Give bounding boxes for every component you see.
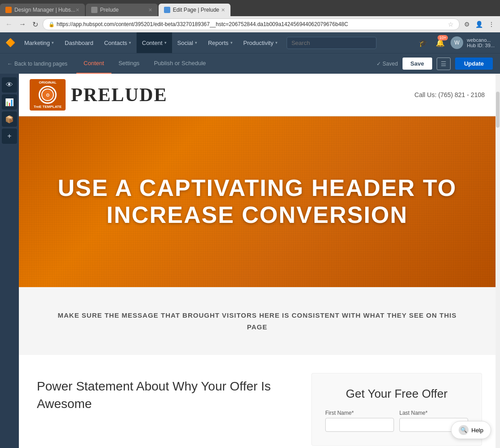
power-statement: Power Statement About Why Your Offer Is … bbox=[37, 377, 293, 413]
tab-publish[interactable]: Publish or Schedule bbox=[147, 53, 213, 74]
user-avatar[interactable]: W bbox=[451, 36, 463, 49]
nav-back-button[interactable]: ← bbox=[4, 19, 14, 29]
academy-icon[interactable]: 🎓 bbox=[416, 36, 430, 49]
nav-marketing[interactable]: Marketing ▾ bbox=[19, 32, 59, 53]
hero-heading: USE A CAPTIVATING HEADER TO INCREASE CON… bbox=[58, 175, 457, 229]
nav-social-label: Social bbox=[177, 40, 193, 46]
help-button[interactable]: 🔍 Help bbox=[451, 421, 491, 439]
hero-heading-line1: USE A CAPTIVATING HEADER TO bbox=[58, 175, 457, 202]
notifications-icon[interactable]: 🔔 10+ bbox=[434, 36, 447, 49]
logo-badge-icon: ⊙ bbox=[46, 93, 49, 98]
tab-bar: Design Manager | Hubs... ✕ Prelude ✕ Edi… bbox=[0, 0, 500, 16]
save-button[interactable]: Save bbox=[403, 58, 432, 70]
nav-dashboard[interactable]: Dashboard bbox=[59, 32, 99, 53]
nav-social[interactable]: Social ▾ bbox=[172, 32, 203, 53]
nav-social-chevron: ▾ bbox=[195, 40, 197, 45]
back-label: Back to landing pages bbox=[14, 61, 67, 67]
tab-prelude[interactable]: Prelude ✕ bbox=[86, 4, 158, 16]
logo-badge-inner: ⊙ bbox=[41, 89, 54, 101]
hero-section: USE A CAPTIVATING HEADER TO INCREASE CON… bbox=[19, 116, 496, 287]
edit-bar: ← Back to landing pages Content Settings… bbox=[0, 53, 500, 74]
browser-actions: ⚙ 👤 ⋮ bbox=[462, 20, 496, 29]
nav-reports-label: Reports bbox=[208, 40, 229, 46]
saved-status: ✓ Saved bbox=[376, 61, 398, 67]
lower-left: Power Statement About Why Your Offer Is … bbox=[32, 373, 298, 446]
tab-close-1[interactable]: ✕ bbox=[75, 7, 80, 13]
nav-contacts[interactable]: Contacts ▾ bbox=[99, 32, 137, 53]
help-label: Help bbox=[471, 427, 483, 434]
tab-design-manager[interactable]: Design Manager | Hubs... ✕ bbox=[0, 4, 85, 16]
extensions-button[interactable]: ⚙ bbox=[462, 20, 472, 29]
address-bar: ← → ↻ 🔒 https://app.hubspot.com/content/… bbox=[0, 16, 500, 32]
update-button[interactable]: Update bbox=[455, 58, 493, 70]
eye-icon: 👁 bbox=[6, 81, 13, 89]
search-icon: 🔍 bbox=[459, 425, 469, 435]
tab-content[interactable]: Content bbox=[76, 53, 111, 74]
star-icon: ☆ bbox=[448, 21, 454, 28]
page-logo: ORIGINAL ⊙ TreE TEMPLATE PRELUDE bbox=[30, 79, 168, 111]
right-scrollbar[interactable] bbox=[496, 74, 500, 448]
nav-reports-chevron: ▾ bbox=[230, 40, 233, 45]
logo-badge-ring: ⊙ bbox=[39, 86, 57, 104]
lower-section: Power Statement About Why Your Offer Is … bbox=[19, 355, 496, 448]
nav-productivity[interactable]: Productivity ▾ bbox=[238, 32, 283, 53]
logo-badge-line2: TreE TEMPLATE bbox=[34, 105, 62, 109]
add-button[interactable]: + bbox=[2, 129, 17, 144]
tab-label-3: Edit Page | Prelude bbox=[173, 7, 219, 13]
hero-heading-line2: INCREASE CONVERSION bbox=[58, 202, 457, 229]
tab-settings-label: Settings bbox=[119, 60, 140, 67]
saved-label: Saved bbox=[383, 61, 398, 67]
nav-marketing-label: Marketing bbox=[24, 40, 50, 46]
address-input[interactable]: 🔒 https://app.hubspot.com/content/395201… bbox=[43, 18, 460, 30]
modules-button[interactable]: 📦 bbox=[2, 111, 17, 127]
tab-edit-page[interactable]: Edit Page | Prelude ✕ bbox=[159, 4, 230, 16]
form-firstname-label: First Name* bbox=[325, 410, 394, 416]
nav-productivity-chevron: ▾ bbox=[275, 40, 278, 45]
menu-dots-button[interactable]: ⋮ bbox=[487, 20, 496, 29]
page-canvas: ORIGINAL ⊙ TreE TEMPLATE PRELUDE Call Us… bbox=[19, 74, 496, 448]
nav-marketing-chevron: ▾ bbox=[52, 40, 54, 45]
back-arrow-icon: ← bbox=[7, 61, 13, 67]
form-lastname-label: Last Name* bbox=[399, 410, 468, 416]
browser-chrome: Design Manager | Hubs... ✕ Prelude ✕ Edi… bbox=[0, 0, 500, 32]
lock-icon: 🔒 bbox=[49, 22, 55, 27]
preview-button[interactable]: 👁 bbox=[2, 77, 17, 93]
brand-name: PRELUDE bbox=[71, 84, 168, 106]
hero-text: USE A CAPTIVATING HEADER TO INCREASE CON… bbox=[40, 175, 475, 229]
more-options-button[interactable]: ☰ bbox=[437, 58, 451, 70]
tab-publish-label: Publish or Schedule bbox=[154, 60, 206, 67]
nav-content-chevron: ▾ bbox=[164, 40, 167, 45]
form-firstname-input[interactable] bbox=[325, 418, 394, 432]
tab-favicon-2 bbox=[91, 7, 97, 13]
nav-contacts-chevron: ▾ bbox=[129, 40, 131, 45]
tab-content-label: Content bbox=[84, 60, 104, 67]
logo-badge-line1: ORIGINAL bbox=[39, 80, 56, 85]
tab-settings[interactable]: Settings bbox=[111, 53, 147, 74]
edit-tabs: Content Settings Publish or Schedule bbox=[76, 53, 376, 74]
tab-close-2[interactable]: ✕ bbox=[148, 7, 152, 13]
tab-label-1: Design Manager | Hubs... bbox=[14, 7, 75, 13]
help-btn-area: 🔍 Help bbox=[451, 421, 491, 439]
chart-icon: 📊 bbox=[5, 98, 14, 106]
scrollbar-thumb bbox=[496, 92, 500, 128]
sub-hero-text: MAKE SURE THE MESSAGE THAT BROUGHT VISIT… bbox=[55, 310, 460, 333]
search-input[interactable] bbox=[287, 37, 376, 49]
back-to-landing-pages[interactable]: ← Back to landing pages bbox=[7, 61, 67, 67]
form-title: Get Your Free Offer bbox=[325, 387, 468, 401]
nav-refresh-button[interactable]: ↻ bbox=[31, 19, 40, 30]
analytics-button[interactable]: 📊 bbox=[2, 94, 17, 110]
nav-content[interactable]: Content ▾ bbox=[137, 32, 172, 53]
form-name-row: First Name* Last Name* bbox=[325, 410, 468, 432]
logo-badge: ORIGINAL ⊙ TreE TEMPLATE bbox=[30, 79, 66, 111]
form-firstname-group: First Name* bbox=[325, 410, 394, 432]
profile-button[interactable]: 👤 bbox=[473, 20, 485, 29]
nav-forward-button[interactable]: → bbox=[17, 19, 28, 29]
nav-reports[interactable]: Reports ▾ bbox=[203, 32, 238, 53]
tab-label-2: Prelude bbox=[100, 7, 119, 13]
tab-close-3[interactable]: ✕ bbox=[221, 7, 225, 13]
sub-hero-section: MAKE SURE THE MESSAGE THAT BROUGHT VISIT… bbox=[19, 287, 496, 355]
nav-dashboard-label: Dashboard bbox=[65, 40, 93, 46]
nav-search-area bbox=[287, 37, 413, 49]
phone-number: Call Us: (765) 821 - 2108 bbox=[415, 91, 485, 98]
user-label[interactable]: webcano... Hub ID: 39... bbox=[467, 37, 495, 48]
